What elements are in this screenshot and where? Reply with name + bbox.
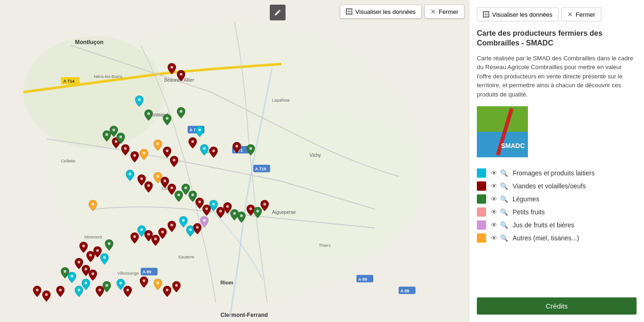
map-marker[interactable] [140,277,148,288]
svg-point-72 [249,207,252,210]
svg-point-98 [59,289,62,291]
page-title: Carte des producteurs fermiers des Combr… [477,29,637,48]
map-marker[interactable] [33,286,41,297]
eye-icon[interactable]: 👁 [491,195,497,203]
map-marker[interactable] [189,137,197,148]
svg-point-67 [212,203,215,206]
map-marker[interactable] [154,279,162,290]
map-marker[interactable] [209,147,218,158]
map-marker[interactable] [168,221,176,232]
map-container[interactable]: A 714 A 71 A 71 A 719 A 89 A 89 A 89 Mon… [0,0,469,322]
map-marker[interactable] [75,286,83,297]
svg-point-34 [170,66,173,69]
svg-point-59 [156,175,159,178]
svg-point-54 [112,129,115,131]
map-marker[interactable] [121,144,130,155]
map-marker[interactable] [144,109,153,121]
svg-point-38 [166,117,169,120]
map-marker[interactable] [193,223,202,234]
legend-icons: 👁 🔍 [491,221,508,229]
map-marker[interactable] [56,286,65,297]
eye-icon[interactable]: 👁 [491,234,497,242]
sidebar-visualize-button[interactable]: Visualiser les données [477,7,559,21]
eye-icon[interactable]: 👁 [491,208,497,216]
legend-color-jus [477,220,486,230]
svg-point-87 [89,254,92,257]
search-icon[interactable]: 🔍 [500,208,508,216]
eye-icon[interactable]: 👁 [491,169,497,177]
map-marker[interactable] [177,70,185,81]
map-marker[interactable] [154,140,162,151]
map-marker[interactable] [163,286,171,297]
edit-button[interactable] [270,5,286,20]
map-marker[interactable] [233,142,241,153]
map-marker[interactable] [105,239,113,251]
svg-point-60 [163,180,166,182]
search-icon[interactable]: 🔍 [500,169,508,177]
svg-point-73 [256,210,259,213]
svg-point-55 [119,135,122,138]
legend-item-jus: 👁 🔍 Jus de fruits et bières [477,219,637,232]
svg-point-85 [91,203,94,206]
map-marker[interactable] [168,63,176,74]
map-marker[interactable] [124,286,132,297]
svg-point-96 [36,289,39,291]
close-icon: ✕ [430,8,436,15]
legend-item-fromages: 👁 🔍 Fromages et produits laitiers [477,167,637,180]
svg-point-106 [175,284,178,287]
svg-point-100 [105,284,108,287]
map-marker[interactable] [195,126,204,137]
map-marker[interactable] [237,212,246,223]
map-marker[interactable] [130,232,139,244]
svg-point-52 [173,159,176,161]
svg-point-102 [126,289,129,291]
map-marker[interactable] [89,200,97,211]
map-marker[interactable] [247,144,255,155]
search-icon[interactable]: 🔍 [500,234,508,242]
svg-point-51 [166,149,169,152]
toolbar: Visualiser les données ✕ Fermer [340,5,464,19]
legend-icons: 👁 🔍 [491,234,508,242]
legend-color-petits-fruits [477,207,486,217]
map-marker[interactable] [135,96,143,107]
search-icon[interactable]: 🔍 [500,221,508,229]
svg-point-43 [212,149,215,152]
map-marker[interactable] [103,281,111,292]
visualize-data-button[interactable]: Visualiser les données [340,5,422,19]
legend-item-autres: 👁 🔍 Autres (miel, tisanes...) [477,232,637,245]
svg-point-86 [82,245,85,247]
map-marker[interactable] [172,281,181,292]
svg-point-44 [235,145,238,148]
search-icon[interactable]: 🔍 [500,195,508,203]
svg-point-93 [91,272,94,275]
svg-point-36 [138,98,141,101]
credits-button[interactable]: Crédits [477,297,637,315]
legend-item-petits-fruits: 👁 🔍 Petits fruits [477,206,637,219]
legend-color-autres [477,233,486,243]
eye-icon[interactable]: 👁 [491,221,497,229]
map-marker[interactable] [126,170,134,181]
map-marker[interactable] [170,156,178,167]
svg-point-99 [98,289,101,291]
map-marker[interactable] [140,149,148,160]
markers-layer [0,0,469,322]
map-marker[interactable] [163,114,171,125]
map-marker[interactable] [130,151,139,162]
map-marker[interactable] [100,253,109,264]
svg-point-101 [119,282,122,284]
map-marker[interactable] [177,107,185,118]
svg-point-50 [156,142,159,145]
svg-point-65 [198,200,201,203]
map-marker[interactable] [117,133,125,144]
map-marker[interactable] [200,144,208,155]
map-marker[interactable] [144,181,153,193]
svg-point-63 [184,187,187,189]
map-marker[interactable] [61,267,69,278]
close-button[interactable]: ✕ Fermer [424,5,464,19]
map-marker[interactable] [42,290,51,302]
sidebar-close-button[interactable]: ✕ Fermer [561,7,601,21]
svg-point-84 [133,235,136,238]
eye-icon[interactable]: 👁 [491,182,497,190]
search-icon[interactable]: 🔍 [500,182,508,190]
map-marker[interactable] [260,200,269,211]
